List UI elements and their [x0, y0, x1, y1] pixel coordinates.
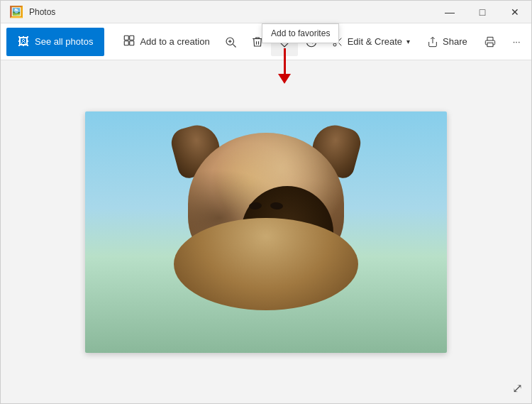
svg-rect-3 [130, 41, 134, 45]
app-window: 🖼️ Photos — □ ✕ Add to favorites 🖼 See a… [0, 0, 532, 404]
dog-body [174, 218, 358, 310]
title-bar-title: Photos [29, 7, 55, 17]
minimize-button[interactable]: — [433, 1, 466, 23]
tooltip-popup: Add to favorites [262, 23, 339, 43]
zoom-icon [224, 36, 237, 48]
add-to-creation-button[interactable]: Add to a creation [116, 28, 216, 56]
see-all-photos-button[interactable]: 🖼 See all photos [6, 28, 104, 56]
share-button[interactable]: Share [420, 28, 475, 56]
svg-rect-1 [130, 36, 134, 40]
arrow-head [278, 74, 291, 84]
add-creation-icon [123, 34, 135, 49]
zoom-button[interactable] [217, 28, 244, 56]
arrow-shaft [284, 48, 286, 74]
arrow-indicator [278, 48, 291, 84]
expand-icon-symbol: ⤢ [512, 381, 523, 395]
app-icon: 🖼️ [9, 5, 23, 18]
print-icon [484, 36, 496, 48]
maximize-button[interactable]: □ [466, 1, 499, 23]
see-all-photos-label: See all photos [35, 36, 93, 47]
toolbar-right: Edit & Create ▾ Share [325, 28, 528, 56]
share-label: Share [443, 36, 467, 47]
edit-create-label: Edit & Create [348, 36, 402, 47]
expand-button[interactable]: ⤢ [512, 381, 523, 396]
photos-icon: 🖼 [18, 36, 29, 48]
svg-line-5 [233, 44, 235, 47]
toolbar: Add to favorites 🖼 See all photos Add [1, 23, 531, 60]
photo-image [85, 111, 447, 353]
title-bar-left: 🖼️ Photos [9, 5, 55, 18]
svg-rect-16 [487, 43, 493, 46]
dog-face [167, 111, 365, 310]
close-button[interactable]: ✕ [499, 1, 531, 23]
main-content: ⤢ [1, 60, 531, 403]
more-options-button[interactable]: ··· [506, 28, 528, 56]
creation-icon-svg [123, 34, 135, 47]
photo-container [85, 111, 447, 353]
svg-rect-2 [125, 41, 129, 45]
title-bar-controls: — □ ✕ [433, 1, 531, 23]
svg-point-11 [333, 43, 336, 46]
svg-rect-0 [125, 36, 129, 40]
tooltip-text: Add to favorites [271, 28, 330, 38]
share-icon [427, 36, 438, 48]
more-icon: ··· [513, 36, 521, 47]
print-button[interactable] [477, 28, 503, 56]
title-bar: 🖼️ Photos — □ ✕ [1, 1, 531, 23]
edit-create-chevron: ▾ [406, 38, 410, 45]
add-to-creation-label: Add to a creation [140, 36, 209, 47]
